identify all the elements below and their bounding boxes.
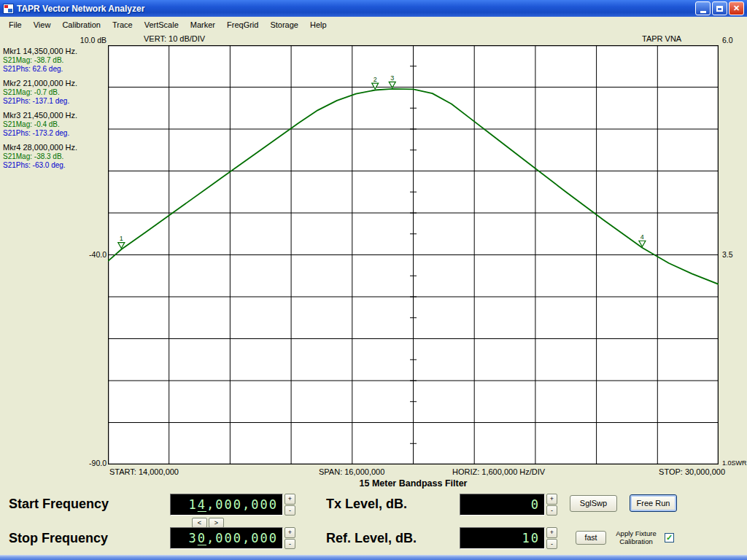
start-frequency-spinner-down[interactable]: -	[285, 505, 295, 516]
tx-level-spinner-up[interactable]: +	[546, 494, 557, 505]
right-axis-top-label: 6.0	[722, 36, 747, 44]
digit-left-button[interactable]: <	[192, 518, 207, 528]
plot-svg: 1234	[108, 45, 719, 464]
start-freq-label: START: 14,000,000	[109, 467, 179, 476]
apply-fixture-calibration-checkbox[interactable]: ✓	[665, 533, 674, 542]
svg-text:2: 2	[374, 76, 377, 83]
ref-level-spinner: + -	[546, 527, 557, 549]
vert-scale-label: VERT: 10 dB/DIV	[144, 34, 205, 43]
digit-right-button[interactable]: >	[209, 518, 224, 528]
marker-readout-1: Mkr1 14,350,000 Hz. S21Mag: -38.7 dB. S2…	[3, 47, 107, 74]
marker-s21mag: S21Mag: -0.4 dB.	[3, 120, 107, 129]
plot-area: 1234	[108, 45, 719, 464]
start-frequency-spinner: + -	[285, 494, 295, 516]
stop-frequency-spinner-up[interactable]: +	[285, 527, 295, 538]
marker-s21mag: S21Mag: -38.3 dB.	[3, 152, 107, 161]
tx-level-label: Tx Level, dB.	[326, 497, 407, 512]
menu-item-calibration[interactable]: Calibration	[56, 18, 107, 31]
right-axis-mid-label: 3.5	[722, 250, 747, 259]
stop-freq-label: STOP: 30,000,000	[659, 467, 725, 476]
apply-fixture-calibration-label: Apply Fixture Calibration	[610, 529, 662, 545]
trace-name-label: TAPR VNA	[642, 34, 681, 43]
tx-level-display[interactable]: 0	[460, 494, 545, 516]
span-label: SPAN: 16,000,000	[319, 467, 384, 476]
check-icon: ✓	[666, 533, 673, 542]
stop-frequency-spinner: + -	[285, 527, 295, 549]
ref-level-label: Ref. Level, dB.	[326, 531, 417, 546]
menu-item-marker[interactable]: Marker	[185, 18, 221, 31]
marker-s21phs: S21Phs: -63.0 deg.	[3, 161, 107, 170]
taskbar-edge	[0, 555, 747, 560]
left-axis-bottom-label: -90.0	[66, 459, 107, 467]
start-frequency-display[interactable]: 14,000,000	[170, 494, 283, 516]
sglswp-button[interactable]: SglSwp	[570, 495, 617, 512]
minimize-button[interactable]	[695, 1, 711, 15]
menu-item-freqgrid[interactable]: FreqGrid	[221, 18, 264, 31]
marker-s21phs: S21Phs: -173.2 deg.	[3, 129, 107, 138]
horiz-div-label: HORIZ: 1,600,000 Hz/DIV	[452, 467, 545, 476]
fast-button[interactable]: fast	[576, 531, 606, 545]
close-button[interactable]: ✕	[729, 1, 744, 15]
marker-s21phs: S21Phs: -137.1 deg.	[3, 97, 107, 106]
ref-level-display[interactable]: 10	[460, 527, 545, 549]
marker-readout-3: Mkr3 21,450,000 Hz. S21Mag: -0.4 dB. S21…	[3, 111, 107, 138]
marker-title: Mkr1 14,350,000 Hz.	[3, 47, 107, 56]
minimize-icon	[700, 11, 706, 13]
svg-text:1: 1	[120, 235, 123, 242]
right-axis-bottom-label: 1.0SWR	[722, 459, 747, 467]
title-bar: TAPR Vector Network Analyzer ✕	[0, 0, 747, 17]
marker-s21mag: S21Mag: -0.7 dB.	[3, 88, 107, 97]
menu-bar: File View Calibration Trace VertScale Ma…	[0, 17, 747, 33]
menu-item-help[interactable]: Help	[304, 18, 333, 31]
stop-frequency-display[interactable]: 30,000,000	[170, 527, 283, 549]
svg-text:3: 3	[390, 74, 394, 82]
maximize-button[interactable]	[712, 1, 727, 15]
tx-level-spinner-down[interactable]: -	[546, 505, 557, 516]
menu-item-trace[interactable]: Trace	[107, 18, 139, 31]
marker-readout-4: Mkr4 28,000,000 Hz. S21Mag: -38.3 dB. S2…	[3, 143, 107, 170]
left-axis-mid-label: -40.0	[66, 250, 107, 259]
marker-readout-panel: Mkr1 14,350,000 Hz. S21Mag: -38.7 dB. S2…	[3, 47, 107, 175]
app-icon	[3, 4, 14, 14]
menu-item-storage[interactable]: Storage	[264, 18, 304, 31]
free-run-button[interactable]: Free Run	[630, 494, 677, 512]
chart-subtitle: 15 Meter Bandpass Filter	[108, 478, 719, 489]
ref-level-spinner-up[interactable]: +	[546, 527, 557, 538]
tx-level-spinner: + -	[546, 494, 557, 516]
marker-readout-2: Mkr2 21,000,000 Hz. S21Mag: -0.7 dB. S21…	[3, 79, 107, 106]
menu-item-vertscale[interactable]: VertScale	[139, 18, 185, 31]
menu-item-view[interactable]: View	[28, 18, 57, 31]
ref-level-spinner-down[interactable]: -	[546, 539, 557, 550]
maximize-icon	[716, 6, 723, 12]
left-axis-top-label: 10.0 dB	[66, 36, 107, 44]
window-title: TAPR Vector Network Analyzer	[17, 4, 144, 14]
marker-title: Mkr2 21,000,000 Hz.	[3, 79, 107, 88]
svg-text:4: 4	[640, 233, 644, 241]
marker-title: Mkr4 28,000,000 Hz.	[3, 143, 107, 152]
menu-item-file[interactable]: File	[3, 18, 28, 31]
start-frequency-label: Start Frequency	[9, 497, 109, 512]
close-icon: ✕	[733, 4, 740, 13]
stop-frequency-label: Stop Frequency	[9, 531, 108, 546]
start-frequency-spinner-up[interactable]: +	[285, 494, 295, 505]
marker-title: Mkr3 21,450,000 Hz.	[3, 111, 107, 120]
marker-s21phs: S21Phs: 62.6 deg.	[3, 65, 107, 74]
stop-frequency-spinner-down[interactable]: -	[285, 539, 295, 550]
marker-s21mag: S21Mag: -38.7 dB.	[3, 56, 107, 65]
